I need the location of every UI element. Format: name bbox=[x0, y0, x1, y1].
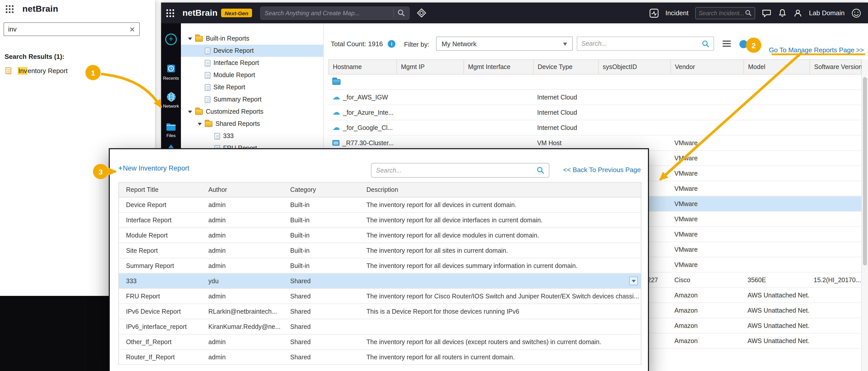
domain-label[interactable]: Lab Domain bbox=[809, 9, 845, 17]
cell: VMware bbox=[670, 181, 743, 196]
device-row[interactable]: _for_Azure_Inte...Internet Cloud bbox=[328, 105, 861, 120]
cell bbox=[598, 75, 670, 89]
list-view-icon[interactable] bbox=[723, 41, 731, 48]
feedback-smiley-icon[interactable] bbox=[851, 8, 861, 18]
report-row-summary-report[interactable]: Summary ReportadminBuilt-inThe inventory… bbox=[118, 258, 641, 274]
manage-reports-link[interactable]: Go To Manage Reports Page >> bbox=[769, 46, 864, 54]
device-row[interactable]: _for_Google_Cl...Internet Cloud bbox=[328, 120, 861, 136]
tree-item-site-report[interactable]: Site Report bbox=[181, 81, 323, 93]
user-icon[interactable] bbox=[793, 8, 802, 18]
report-row-module-report[interactable]: Module ReportadminBuilt-inThe inventory … bbox=[118, 228, 641, 243]
tree-item-module-report[interactable]: Module Report bbox=[181, 69, 323, 81]
device-search-input[interactable] bbox=[581, 40, 702, 47]
cell bbox=[670, 105, 743, 120]
column-header-software-version[interactable]: Software Version bbox=[810, 60, 862, 74]
caret-spacer bbox=[198, 85, 205, 90]
cell: IPv6_interface_report bbox=[119, 323, 201, 330]
tree-item-interface-report[interactable]: Interface Report bbox=[181, 57, 323, 69]
rail-item-network[interactable]: Network bbox=[161, 92, 181, 109]
search-result-inventory-report[interactable]: Inventory Report bbox=[6, 67, 68, 75]
launcher-search-input[interactable] bbox=[8, 25, 129, 33]
app-grid-icon[interactable] bbox=[166, 8, 175, 18]
report-row-ipv6-interface-report[interactable]: IPv6_interface_reportKiranKumar.Reddy@ne… bbox=[118, 319, 641, 334]
caret-spacer bbox=[198, 97, 205, 102]
cell bbox=[743, 75, 810, 89]
cell bbox=[670, 120, 743, 135]
global-search-input[interactable] bbox=[265, 9, 390, 16]
bell-icon[interactable] bbox=[778, 8, 787, 18]
cell bbox=[810, 303, 861, 318]
tree-item-device-report[interactable]: Device Report bbox=[181, 45, 323, 57]
map-diamond-icon[interactable] bbox=[416, 8, 426, 18]
cell bbox=[743, 120, 810, 135]
tree-item-label: Interface Report bbox=[213, 59, 259, 66]
tree-item-built-in-reports[interactable]: Built-in Reports bbox=[181, 32, 323, 45]
report-row-ipv6-device-report[interactable]: IPv6 Device ReportRLarkin@netbraintech..… bbox=[118, 304, 641, 319]
scrollbar-thumb[interactable] bbox=[863, 77, 867, 265]
device-row[interactable] bbox=[328, 75, 861, 90]
incident-label[interactable]: Incident bbox=[665, 9, 689, 17]
tree-item-shared-reports[interactable]: Shared Reports bbox=[181, 118, 323, 130]
column-header-model[interactable]: Model bbox=[744, 60, 810, 74]
column-header-hostname[interactable]: Hostname bbox=[329, 60, 397, 74]
vertical-scrollbar[interactable] bbox=[861, 59, 868, 371]
report-row-333[interactable]: 333yduShared bbox=[118, 274, 641, 289]
report-row-fru-report[interactable]: FRU ReportadminSharedThe inventory repor… bbox=[118, 289, 641, 304]
rail-item-files[interactable]: Files bbox=[161, 122, 181, 138]
network-globe-icon bbox=[166, 92, 176, 102]
tree-item-summary-report[interactable]: Summary Report bbox=[181, 93, 323, 106]
search-icon[interactable] bbox=[537, 166, 544, 174]
tree-item-333[interactable]: 333 bbox=[181, 130, 323, 142]
report-icon[interactable] bbox=[739, 40, 748, 48]
launcher-search-field[interactable]: ✕ bbox=[4, 22, 140, 36]
row-menu-chevron-button[interactable] bbox=[629, 277, 638, 285]
dialog-search-input[interactable] bbox=[376, 167, 537, 174]
dialog-search-field[interactable] bbox=[371, 163, 549, 178]
device-table-header: HostnameMgmt IPMgmt InterfaceDevice Type… bbox=[328, 59, 861, 75]
device-search-field[interactable] bbox=[577, 37, 714, 51]
chat-icon[interactable] bbox=[762, 8, 771, 18]
caret-spacer bbox=[198, 61, 205, 65]
rail-item-recents[interactable]: Recents bbox=[161, 64, 181, 81]
cell: Summary Report bbox=[119, 262, 201, 269]
app-grid-icon[interactable] bbox=[5, 5, 14, 14]
report-row-site-report[interactable]: Site ReportadminBuilt-inThe inventory re… bbox=[118, 243, 641, 258]
column-header-device-type[interactable]: Device Type bbox=[534, 60, 599, 74]
expand-caret-icon bbox=[188, 36, 195, 41]
inventory-reports-dialog: +New Inventory Report << Back To Previou… bbox=[109, 148, 649, 371]
report-row-router-if-report[interactable]: Router_If_ReportadminSharedThe inventory… bbox=[118, 350, 641, 365]
total-count-value: 1916 bbox=[368, 40, 383, 48]
column-header-mgmt-ip[interactable]: Mgmt IP bbox=[397, 60, 464, 74]
search-icon[interactable] bbox=[702, 40, 709, 47]
report-row-interface-report[interactable]: Interface ReportadminBuilt-inThe invento… bbox=[118, 213, 641, 228]
cell: The inventory report for all device inte… bbox=[359, 216, 640, 224]
column-header-sysobjectid[interactable]: sysObjectID bbox=[599, 60, 671, 74]
clear-search-icon[interactable]: ✕ bbox=[129, 26, 135, 33]
tree-item-customized-reports[interactable]: Customized Reports bbox=[181, 106, 323, 118]
report-doc-icon bbox=[205, 47, 210, 54]
add-button[interactable]: + bbox=[165, 33, 177, 45]
cell: AWS Unattached Net... bbox=[743, 318, 810, 333]
cell: Other_If_Report bbox=[119, 338, 201, 345]
device-row[interactable]: _for_AWS_IGWInternet Cloud bbox=[328, 90, 861, 105]
info-icon[interactable]: i bbox=[388, 40, 396, 48]
report-row-device-report[interactable]: Device ReportadminBuilt-inThe inventory … bbox=[118, 197, 641, 213]
report-row-other-if-report[interactable]: Other_If_ReportadminSharedThe inventory … bbox=[118, 334, 641, 350]
search-icon[interactable] bbox=[745, 10, 752, 16]
total-count: Total Count: 1916 i bbox=[331, 40, 396, 48]
column-header-mgmt-interface[interactable]: Mgmt Interface bbox=[464, 60, 534, 74]
filter-dropdown[interactable]: My Network bbox=[436, 37, 573, 51]
cell bbox=[743, 105, 810, 120]
incident-search-field[interactable] bbox=[695, 7, 755, 19]
new-inventory-report-link[interactable]: +New Inventory Report bbox=[118, 164, 189, 172]
column-header-vendor[interactable]: Vendor bbox=[671, 60, 744, 74]
cell: VMware bbox=[670, 196, 743, 211]
incident-icon[interactable] bbox=[650, 8, 659, 18]
incident-search-input[interactable] bbox=[699, 10, 745, 16]
cloud-icon bbox=[332, 124, 340, 131]
global-search-field[interactable] bbox=[260, 6, 409, 20]
search-icon[interactable] bbox=[397, 9, 405, 17]
report-doc-icon bbox=[205, 96, 210, 103]
back-to-previous-page-link[interactable]: << Back To Previous Page bbox=[563, 166, 641, 174]
cell: Cisco bbox=[670, 273, 743, 287]
